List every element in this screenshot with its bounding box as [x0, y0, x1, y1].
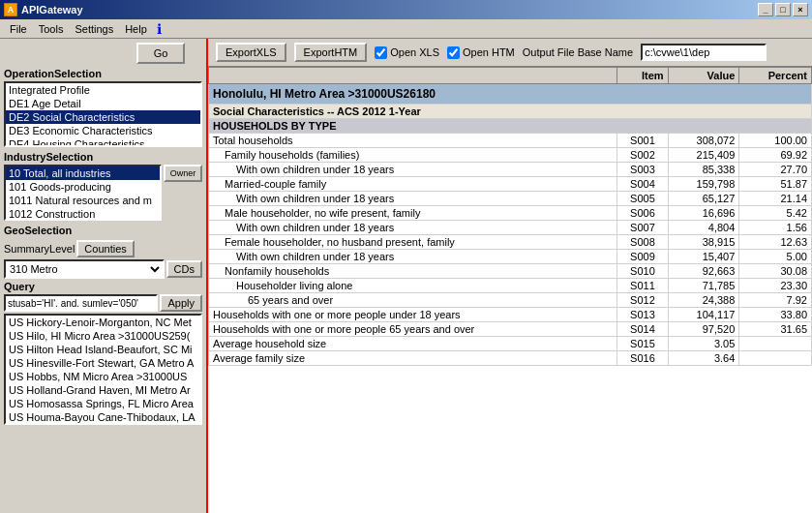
- query-input[interactable]: [4, 294, 158, 312]
- counties-button[interactable]: Counties: [76, 240, 134, 257]
- row-percent: 5.42: [739, 206, 812, 221]
- col-header-percent: Percent: [739, 68, 812, 84]
- geo-title-row: Honolulu, HI Metro Area >31000US26180: [209, 84, 812, 105]
- row-item: S008: [617, 235, 668, 250]
- ind-goods[interactable]: 101 Goods-producing: [6, 180, 160, 194]
- menu-file[interactable]: File: [4, 21, 33, 37]
- owner-button[interactable]: Owner: [164, 165, 202, 182]
- maximize-button[interactable]: □: [775, 3, 791, 16]
- open-htm-group: Open HTM: [447, 46, 515, 59]
- row-percent: 5.00: [739, 250, 812, 264]
- row-percent: 27.70: [739, 163, 812, 177]
- row-value: 308,072: [668, 134, 739, 148]
- geo-item[interactable]: US Hickory-Lenoir-Morganton, NC Met: [6, 316, 200, 329]
- info-icon: ℹ: [157, 21, 162, 37]
- row-value: 24,388: [668, 293, 739, 308]
- export-htm-button[interactable]: ExportHTM: [294, 43, 368, 62]
- toolbar: ExportXLS ExportHTM Open XLS Open HTM Ou…: [208, 39, 812, 66]
- row-value: 3.64: [668, 351, 739, 366]
- table-row: Married-couple family S004 159,798 51.87: [209, 177, 812, 192]
- apply-button[interactable]: Apply: [160, 294, 202, 312]
- col-header-item: Item: [617, 68, 668, 84]
- geo-label: GeoSelection: [4, 225, 202, 236]
- row-item: S009: [617, 250, 668, 264]
- ind-natural[interactable]: 1011 Natural resources and m: [6, 194, 160, 207]
- row-value: 16,696: [668, 206, 739, 221]
- row-label: 65 years and over: [209, 293, 617, 308]
- table-row: Family households (families) S002 215,40…: [209, 148, 812, 163]
- row-label: Nonfamily households: [209, 264, 617, 279]
- menu-help[interactable]: Help: [119, 21, 153, 37]
- app-title: APIGateway: [21, 4, 83, 15]
- row-label: With own children under 18 years: [209, 163, 617, 177]
- operation-listbox[interactable]: Integrated Profile DE1 Age Detail DE2 So…: [4, 81, 202, 147]
- row-item: S002: [617, 148, 668, 163]
- row-value: 104,117: [668, 308, 739, 322]
- op-de1-age[interactable]: DE1 Age Detail: [6, 97, 200, 110]
- op-de3-economic[interactable]: DE3 Economic Characteristics: [6, 124, 200, 137]
- row-item: S004: [617, 177, 668, 192]
- row-label: With own children under 18 years: [209, 250, 617, 264]
- menu-tools[interactable]: Tools: [33, 21, 70, 37]
- row-percent: 100.00: [739, 134, 812, 148]
- geo-listbox[interactable]: US Hickory-Lenoir-Morganton, NC Met US H…: [4, 314, 202, 425]
- op-integrated-profile[interactable]: Integrated Profile: [6, 83, 200, 97]
- row-value: 3.05: [668, 337, 739, 351]
- table-row: With own children under 18 years S007 4,…: [209, 221, 812, 235]
- close-button[interactable]: ×: [793, 3, 808, 16]
- row-label: Households with one or more people 65 ye…: [209, 322, 617, 337]
- table-row: Nonfamily households S010 92,663 30.08: [209, 264, 812, 279]
- open-xls-checkbox[interactable]: [375, 46, 387, 59]
- row-value: 65,127: [668, 192, 739, 206]
- row-label: With own children under 18 years: [209, 192, 617, 206]
- cds-button[interactable]: CDs: [166, 260, 202, 278]
- output-file-input[interactable]: [641, 44, 767, 61]
- window-controls[interactable]: _ □ ×: [758, 3, 808, 16]
- table-row: With own children under 18 years S003 85…: [209, 163, 812, 177]
- row-item: S013: [617, 308, 668, 322]
- open-htm-checkbox[interactable]: [447, 46, 460, 59]
- row-value: 4,804: [668, 221, 739, 235]
- table-row: Female householder, no husband present, …: [209, 235, 812, 250]
- row-value: 15,407: [668, 250, 739, 264]
- geo-item[interactable]: US Hinesville-Fort Stewart, GA Metro A: [6, 356, 200, 370]
- ind-construction[interactable]: 1012 Construction: [6, 207, 160, 221]
- geo-section: GeoSelection SummaryLevel Counties 310 M…: [4, 225, 202, 425]
- geo-item[interactable]: US Hobbs, NM Micro Area >31000US: [6, 370, 200, 383]
- row-percent: 31.65: [739, 322, 812, 337]
- row-value: 92,663: [668, 264, 739, 279]
- row-percent: 30.08: [739, 264, 812, 279]
- summary-level-select[interactable]: 310 Metro: [4, 259, 165, 279]
- row-label: Married-couple family: [209, 177, 617, 192]
- row-label: Householder living alone: [209, 279, 617, 293]
- ind-total[interactable]: 10 Total, all industries: [6, 166, 160, 180]
- menu-settings[interactable]: Settings: [69, 21, 119, 37]
- geo-item[interactable]: US Hilton Head Island-Beaufort, SC Mi: [6, 343, 200, 356]
- row-percent: 69.92: [739, 148, 812, 163]
- row-item: S015: [617, 337, 668, 351]
- row-value: 38,915: [668, 235, 739, 250]
- op-de2-social[interactable]: DE2 Social Characteristics: [6, 110, 200, 124]
- row-item: S006: [617, 206, 668, 221]
- row-label: Total households: [209, 134, 617, 148]
- col-header-value: Value: [668, 68, 739, 84]
- table-row: Householder living alone S011 71,785 23.…: [209, 279, 812, 293]
- op-de4-housing[interactable]: DE4 Housing Characteristics: [6, 137, 200, 147]
- data-table-container[interactable]: Item Value Percent Honolulu, HI Metro Ar…: [208, 66, 812, 513]
- geo-item[interactable]: US Homosassa Springs, FL Micro Area: [6, 397, 200, 410]
- minimize-button[interactable]: _: [758, 3, 773, 16]
- geo-item-selected[interactable]: US Honolulu, HI Metro Area >31000US: [6, 424, 200, 425]
- summary-level-label: SummaryLevel: [4, 243, 75, 255]
- industry-listbox[interactable]: 10 Total, all industries 101 Goods-produ…: [4, 165, 162, 221]
- open-htm-label: Open HTM: [463, 46, 515, 58]
- geo-item[interactable]: US Hilo, HI Micro Area >31000US259(: [6, 329, 200, 343]
- geo-item[interactable]: US Holland-Grand Haven, MI Metro Ar: [6, 383, 200, 397]
- row-item: S010: [617, 264, 668, 279]
- table-row: Male householder, no wife present, famil…: [209, 206, 812, 221]
- geo-item[interactable]: US Houma-Bayou Cane-Thibodaux, LA: [6, 410, 200, 424]
- export-xls-button[interactable]: ExportXLS: [216, 43, 286, 62]
- go-button[interactable]: Go: [136, 43, 185, 64]
- row-value: 215,409: [668, 148, 739, 163]
- row-item: S011: [617, 279, 668, 293]
- title-bar: A APIGateway _ □ ×: [0, 0, 812, 19]
